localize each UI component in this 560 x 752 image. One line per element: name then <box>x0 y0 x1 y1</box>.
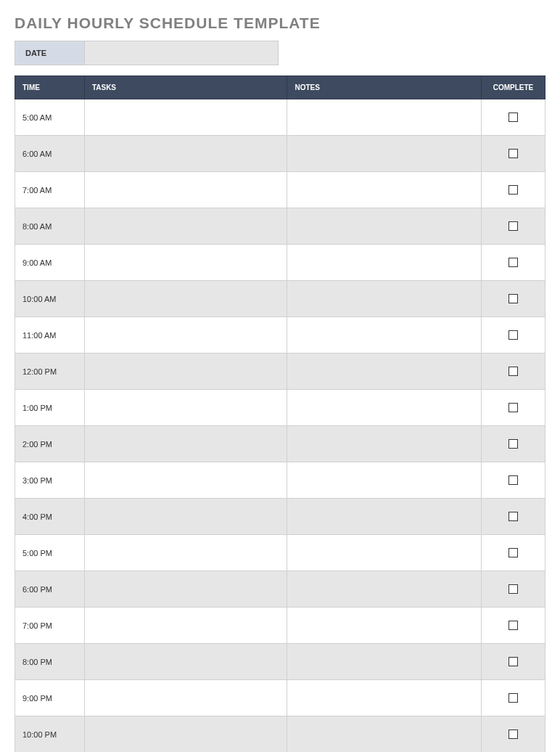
time-cell: 1:00 PM <box>15 390 85 426</box>
table-row: 7:00 AM <box>15 172 545 208</box>
complete-checkbox[interactable] <box>508 548 518 557</box>
notes-cell[interactable] <box>287 99 482 136</box>
tasks-cell[interactable] <box>84 644 287 680</box>
time-cell: 9:00 AM <box>15 245 85 281</box>
complete-cell <box>481 99 545 136</box>
time-cell: 11:00 AM <box>15 317 85 353</box>
tasks-cell[interactable] <box>84 317 287 353</box>
tasks-cell[interactable] <box>84 608 287 644</box>
time-cell: 9:00 PM <box>15 680 85 716</box>
notes-cell[interactable] <box>287 208 482 245</box>
complete-checkbox[interactable] <box>508 113 518 122</box>
complete-cell <box>481 426 545 462</box>
tasks-cell[interactable] <box>84 136 287 172</box>
header-complete: COMPLETE <box>481 76 545 99</box>
time-cell: 7:00 PM <box>15 608 85 644</box>
notes-cell[interactable] <box>287 245 482 281</box>
complete-checkbox[interactable] <box>508 221 518 231</box>
time-cell: 10:00 PM <box>15 716 85 753</box>
complete-checkbox[interactable] <box>508 621 518 630</box>
tasks-cell[interactable] <box>84 245 287 281</box>
complete-checkbox[interactable] <box>508 729 518 739</box>
tasks-cell[interactable] <box>84 281 287 317</box>
tasks-cell[interactable] <box>84 462 287 499</box>
tasks-cell[interactable] <box>84 99 287 136</box>
time-cell: 5:00 AM <box>15 99 85 136</box>
notes-cell[interactable] <box>287 281 482 317</box>
header-row: TIME TASKS NOTES COMPLETE <box>15 76 545 99</box>
complete-cell <box>481 172 545 208</box>
notes-cell[interactable] <box>287 644 482 680</box>
notes-cell[interactable] <box>287 462 482 499</box>
table-row: 1:00 PM <box>15 390 545 426</box>
table-row: 11:00 AM <box>15 317 545 353</box>
complete-checkbox[interactable] <box>508 294 518 303</box>
complete-checkbox[interactable] <box>508 475 518 485</box>
tasks-cell[interactable] <box>84 571 287 608</box>
table-row: 6:00 PM <box>15 571 545 608</box>
table-row: 8:00 AM <box>15 208 545 245</box>
time-cell: 3:00 PM <box>15 462 85 499</box>
time-cell: 4:00 PM <box>15 499 85 535</box>
tasks-cell[interactable] <box>84 353 287 390</box>
notes-cell[interactable] <box>287 390 482 426</box>
complete-checkbox[interactable] <box>508 185 518 195</box>
notes-cell[interactable] <box>287 353 482 390</box>
table-row: 9:00 PM <box>15 680 545 716</box>
table-row: 5:00 AM <box>15 99 545 136</box>
notes-cell[interactable] <box>287 317 482 353</box>
tasks-cell[interactable] <box>84 535 287 571</box>
tasks-cell[interactable] <box>84 716 287 753</box>
complete-cell <box>481 644 545 680</box>
complete-checkbox[interactable] <box>508 258 518 267</box>
table-row: 4:00 PM <box>15 499 545 535</box>
complete-checkbox[interactable] <box>508 367 518 376</box>
tasks-cell[interactable] <box>84 390 287 426</box>
notes-cell[interactable] <box>287 499 482 535</box>
complete-cell <box>481 462 545 499</box>
notes-cell[interactable] <box>287 136 482 172</box>
tasks-cell[interactable] <box>84 680 287 716</box>
header-time: TIME <box>15 76 85 99</box>
complete-checkbox[interactable] <box>508 403 518 412</box>
table-row: 10:00 PM <box>15 716 545 753</box>
tasks-cell[interactable] <box>84 426 287 462</box>
schedule-table: TIME TASKS NOTES COMPLETE 5:00 AM6:00 AM… <box>15 75 545 752</box>
notes-cell[interactable] <box>287 172 482 208</box>
complete-checkbox[interactable] <box>508 584 518 594</box>
header-notes: NOTES <box>287 76 482 99</box>
time-cell: 10:00 AM <box>15 281 85 317</box>
notes-cell[interactable] <box>287 716 482 753</box>
date-row: DATE <box>15 41 545 65</box>
notes-cell[interactable] <box>287 426 482 462</box>
notes-cell[interactable] <box>287 608 482 644</box>
time-cell: 8:00 AM <box>15 208 85 245</box>
notes-cell[interactable] <box>287 535 482 571</box>
time-cell: 8:00 PM <box>15 644 85 680</box>
table-row: 7:00 PM <box>15 608 545 644</box>
table-row: 10:00 AM <box>15 281 545 317</box>
complete-checkbox[interactable] <box>508 149 518 158</box>
notes-cell[interactable] <box>287 680 482 716</box>
complete-cell <box>481 136 545 172</box>
tasks-cell[interactable] <box>84 172 287 208</box>
tasks-cell[interactable] <box>84 208 287 245</box>
complete-cell <box>481 608 545 644</box>
tasks-cell[interactable] <box>84 499 287 535</box>
time-cell: 5:00 PM <box>15 535 85 571</box>
complete-cell <box>481 208 545 245</box>
page-title: DAILY HOURLY SCHEDULE TEMPLATE <box>15 15 545 32</box>
notes-cell[interactable] <box>287 571 482 608</box>
complete-checkbox[interactable] <box>508 330 518 340</box>
time-cell: 6:00 AM <box>15 136 85 172</box>
complete-checkbox[interactable] <box>508 512 518 521</box>
complete-checkbox[interactable] <box>508 693 518 703</box>
complete-checkbox[interactable] <box>508 439 518 449</box>
header-tasks: TASKS <box>84 76 287 99</box>
table-row: 8:00 PM <box>15 644 545 680</box>
date-label: DATE <box>15 41 84 65</box>
complete-checkbox[interactable] <box>508 657 518 666</box>
complete-cell <box>481 716 545 753</box>
complete-cell <box>481 281 545 317</box>
date-input[interactable] <box>84 41 279 65</box>
